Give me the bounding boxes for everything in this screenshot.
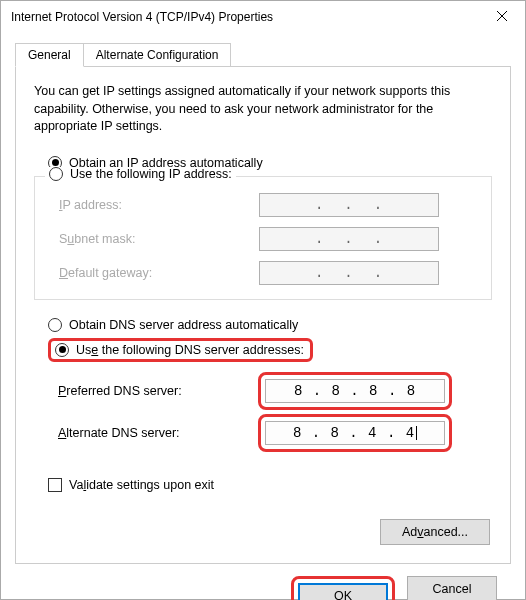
radio-dns-auto-label: Obtain DNS server address automatically — [69, 318, 298, 332]
tab-strip: General Alternate Configuration — [15, 43, 511, 67]
label-ip-address: IP address: — [59, 198, 259, 212]
input-gateway: ... — [259, 261, 439, 285]
checkbox-icon — [48, 478, 62, 492]
radio-dns-auto[interactable]: Obtain DNS server address automatically — [48, 318, 492, 332]
footer-buttons: OK Cancel — [15, 564, 511, 600]
radio-dns-manual[interactable]: Use the following DNS server addresses: — [51, 343, 304, 357]
tab-alternate[interactable]: Alternate Configuration — [83, 43, 232, 67]
highlight-dns-radio: Use the following DNS server addresses: — [48, 338, 313, 362]
input-preferred-dns[interactable]: 8 . 8 . 8 . 8 — [265, 379, 445, 403]
ok-button[interactable]: OK — [298, 583, 388, 600]
radio-dns-manual-label: Use the following DNS server addresses: — [76, 343, 304, 357]
input-ip-address: ... — [259, 193, 439, 217]
row-subnet: Subnet mask: ... — [59, 227, 477, 251]
tab-panel-general: You can get IP settings assigned automat… — [15, 66, 511, 564]
label-alternate-dns: Alternate DNS server: — [58, 426, 258, 440]
row-preferred-dns: Preferred DNS server: 8 . 8 . 8 . 8 — [58, 372, 478, 410]
text-cursor — [416, 426, 417, 440]
row-alternate-dns: Alternate DNS server: 8 . 8 . 4 . 4 — [58, 414, 478, 452]
input-subnet: ... — [259, 227, 439, 251]
radio-ip-manual[interactable]: Use the following IP address: — [45, 167, 236, 181]
dns-manual-fieldset: Use the following DNS server addresses: … — [34, 338, 492, 460]
radio-icon — [49, 167, 63, 181]
radio-dns-manual-wrap: Use the following DNS server addresses: — [48, 338, 478, 362]
input-alternate-dns[interactable]: 8 . 8 . 4 . 4 — [265, 421, 445, 445]
row-gateway: Default gateway: ... — [59, 261, 477, 285]
close-icon — [496, 10, 508, 25]
label-subnet: Subnet mask: — [59, 232, 259, 246]
radio-icon — [48, 318, 62, 332]
checkbox-validate-label: Validate settings upon exit — [69, 478, 214, 492]
label-gateway: Default gateway: — [59, 266, 259, 280]
close-button[interactable] — [479, 1, 525, 33]
highlight-dns-inputs-2: 8 . 8 . 4 . 4 — [258, 414, 452, 452]
titlebar: Internet Protocol Version 4 (TCP/IPv4) P… — [1, 1, 525, 33]
cancel-button[interactable]: Cancel — [407, 576, 497, 600]
intro-text: You can get IP settings assigned automat… — [34, 83, 492, 136]
radio-ip-manual-label: Use the following IP address: — [70, 167, 232, 181]
checkbox-validate[interactable]: Validate settings upon exit — [48, 478, 492, 492]
radio-icon — [55, 343, 69, 357]
label-preferred-dns: Preferred DNS server: — [58, 384, 258, 398]
window-title: Internet Protocol Version 4 (TCP/IPv4) P… — [11, 10, 479, 24]
ip-manual-fieldset: Use the following IP address: IP address… — [34, 176, 492, 300]
tab-general[interactable]: General — [15, 43, 84, 67]
ipv4-properties-window: Internet Protocol Version 4 (TCP/IPv4) P… — [0, 0, 526, 600]
highlight-dns-inputs: 8 . 8 . 8 . 8 — [258, 372, 452, 410]
advanced-button[interactable]: Advanced... — [380, 519, 490, 545]
row-ip-address: IP address: ... — [59, 193, 477, 217]
highlight-ok: OK — [291, 576, 395, 600]
content: General Alternate Configuration You can … — [1, 33, 525, 600]
